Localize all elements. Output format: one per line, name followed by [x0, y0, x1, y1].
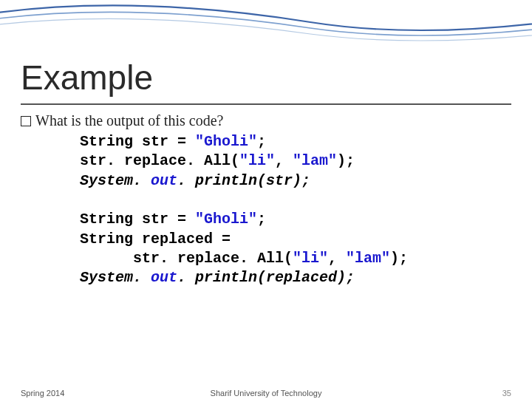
- code-line: str. replace. All("li", "lam");: [80, 249, 511, 268]
- code-block-1: String str = "Gholi"; str. replace. All(…: [80, 132, 511, 191]
- question-line: What is the output of this code?: [21, 112, 511, 129]
- code-line: String replaced =: [80, 230, 511, 249]
- title-underline: [21, 103, 511, 105]
- code-line: System. out. println(str);: [80, 171, 511, 191]
- decorative-swoosh: [0, 0, 532, 52]
- question-text: What is the output of this code?: [35, 112, 223, 129]
- code-line: str. replace. All("li", "lam");: [80, 151, 511, 171]
- code-line: System. out. println(replaced);: [80, 268, 511, 287]
- footer-institution: Sharif University of Technology: [0, 389, 532, 398]
- slide-title: Example: [21, 58, 153, 98]
- code-line: String str = "Gholi";: [80, 210, 511, 229]
- code-line: String str = "Gholi";: [80, 132, 511, 151]
- bullet-box-icon: [21, 116, 31, 126]
- code-block-2: String str = "Gholi"; String replaced = …: [80, 210, 511, 288]
- footer-page-number: 35: [502, 389, 511, 398]
- slide-content: What is the output of this code? String …: [21, 112, 511, 288]
